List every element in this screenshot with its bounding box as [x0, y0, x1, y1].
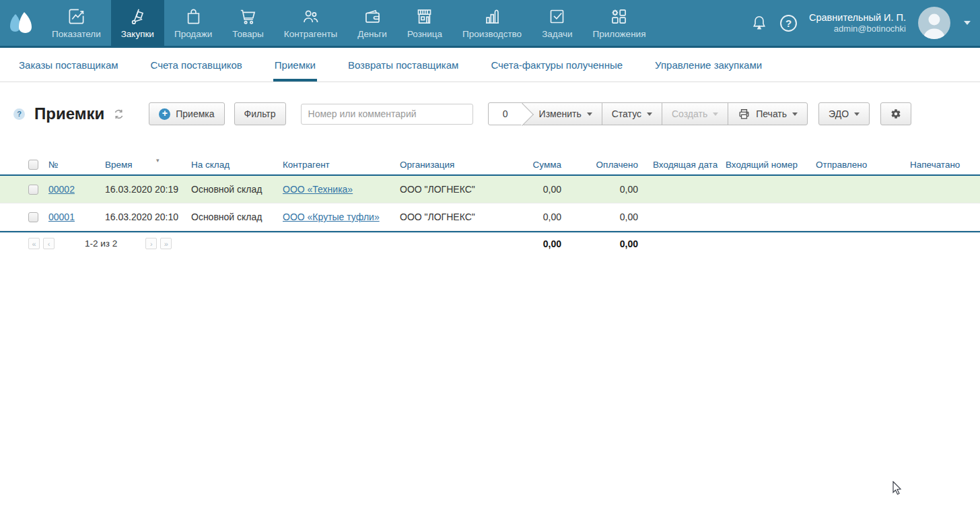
nav-item-money[interactable]: Деньги	[347, 0, 397, 46]
page-toolbar: ? Приемки + Приемка Фильтр 0 Изменить Ст…	[13, 101, 980, 127]
mouse-cursor	[891, 481, 903, 498]
chevron-down-icon	[647, 112, 652, 116]
tab-supplier-orders[interactable]: Заказы поставщикам	[3, 48, 135, 82]
printer-icon	[738, 108, 750, 121]
tab-receipts[interactable]: Приемки	[258, 48, 332, 82]
title-help-icon[interactable]: ?	[13, 108, 25, 120]
nav-item-purchases[interactable]: Закупки	[111, 0, 164, 46]
sales-bag-icon	[184, 7, 203, 26]
receipt-time: 16.03.2020 20:19	[100, 184, 186, 195]
row-checkbox[interactable]	[28, 212, 38, 222]
receipt-warehouse: Основной склад	[186, 184, 277, 195]
nav-item-goods[interactable]: Товары	[222, 0, 273, 46]
user-menu-caret-icon[interactable]	[964, 21, 971, 25]
chevron-down-icon	[792, 112, 798, 116]
tab-supplier-returns[interactable]: Возвраты поставщикам	[332, 48, 475, 82]
tab-label: Управление закупками	[655, 59, 762, 71]
receipt-organization: ООО "ЛОГНЕКС"	[394, 212, 495, 222]
nav-item-label: Показатели	[52, 29, 101, 39]
app-logo[interactable]	[0, 0, 42, 46]
chevron-down-icon	[854, 112, 860, 116]
column-header-organization[interactable]: Организация	[394, 160, 495, 170]
edit-label: Изменить	[539, 108, 582, 119]
column-header-printed[interactable]: Напечатано	[905, 160, 980, 170]
nav-item-sales[interactable]: Продажи	[164, 0, 222, 46]
column-header-time-label: Время	[105, 160, 133, 170]
nav-item-counterparties[interactable]: Контрагенты	[274, 0, 348, 46]
nav-item-indicators[interactable]: Показатели	[42, 0, 111, 46]
create-doc-label: Создать	[672, 108, 707, 119]
nav-item-label: Деньги	[357, 29, 387, 39]
settings-button[interactable]	[880, 102, 911, 125]
column-header-warehouse[interactable]: На склад	[186, 160, 277, 170]
notifications-bell-icon[interactable]	[750, 14, 768, 32]
purchases-handtruck-icon	[129, 7, 147, 26]
counterparty-link[interactable]: ООО «Крутые туфли»	[283, 212, 380, 222]
status-dropdown-button[interactable]: Статус	[602, 102, 662, 125]
receipt-time: 16.03.2020 20:10	[100, 212, 186, 222]
nav-item-label: Контрагенты	[284, 29, 338, 39]
column-header-number[interactable]: №	[43, 160, 100, 170]
help-icon[interactable]: ?	[780, 15, 797, 32]
counterparty-link[interactable]: ООО «Техника»	[283, 184, 353, 195]
column-header-sent[interactable]: Отправлено	[810, 160, 905, 170]
new-receipt-button[interactable]: + Приемка	[149, 102, 224, 125]
pagination-prev-button[interactable]: ‹	[43, 238, 55, 249]
tab-label: Счета поставщиков	[151, 59, 242, 71]
pagination-last-button[interactable]: »	[160, 238, 172, 249]
tab-label: Счета-фактуры полученные	[491, 59, 623, 71]
selected-count: 0	[488, 102, 523, 125]
refresh-icon[interactable]	[113, 108, 125, 120]
table-row[interactable]: 00001 16.03.2020 20:10 Основной склад ОО…	[0, 203, 980, 231]
receipt-warehouse: Основной склад	[186, 212, 277, 222]
filter-button[interactable]: Фильтр	[234, 102, 286, 125]
pagination-first-button[interactable]: «	[28, 238, 40, 249]
column-header-counterparty[interactable]: Контрагент	[277, 160, 394, 170]
nav-item-label: Производство	[462, 29, 522, 39]
edit-dropdown-button[interactable]: Изменить	[522, 102, 602, 125]
table-footer-row: « ‹ 1-2 из 2 › » 0,00 0,00	[0, 231, 980, 255]
receipt-number-link[interactable]: 00002	[48, 184, 75, 195]
apps-grid-icon	[610, 7, 628, 26]
tab-label: Заказы поставщикам	[19, 59, 118, 71]
search-input[interactable]	[301, 104, 473, 125]
receipt-number-link[interactable]: 00001	[48, 212, 75, 222]
select-all-checkbox[interactable]	[28, 160, 38, 170]
column-header-paid[interactable]: Оплачено	[571, 160, 648, 170]
nav-item-apps[interactable]: Приложения	[582, 0, 656, 46]
row-checkbox[interactable]	[28, 185, 38, 195]
bulk-actions-group: 0 Изменить Статус Создать Печать	[488, 102, 808, 125]
sort-desc-icon[interactable]: ▾	[156, 157, 160, 164]
create-doc-dropdown-button[interactable]: Создать	[662, 102, 728, 125]
tab-invoices-received[interactable]: Счета-фактуры полученные	[475, 48, 639, 82]
nav-item-tasks[interactable]: Задачи	[532, 0, 582, 46]
receipt-organization: ООО "ЛОГНЕКС"	[394, 184, 495, 195]
top-navigation-bar: Показатели Закупки Продажи Товары Контра…	[0, 0, 980, 48]
nav-item-label: Розница	[407, 29, 442, 39]
nav-item-production[interactable]: Производство	[452, 0, 532, 46]
nav-item-label: Приложения	[592, 29, 645, 39]
table-row[interactable]: 00002 16.03.2020 20:19 Основной склад ОО…	[0, 176, 980, 203]
chevron-down-icon	[587, 112, 592, 116]
nav-item-retail[interactable]: Розница	[397, 0, 452, 46]
column-header-sum[interactable]: Сумма	[495, 160, 571, 170]
print-dropdown-button[interactable]: Печать	[728, 102, 808, 125]
plus-icon: +	[159, 108, 170, 120]
column-header-incoming-number[interactable]: Входящий номер	[720, 160, 810, 170]
tab-purchase-management[interactable]: Управление закупками	[639, 48, 778, 82]
column-header-incoming-date[interactable]: Входящая дата	[648, 160, 720, 170]
table-header-row: № Время ▾ На склад Контрагент Организаци…	[0, 154, 980, 176]
avatar-person-icon	[918, 8, 950, 39]
tab-supplier-invoices[interactable]: Счета поставщиков	[135, 48, 258, 82]
nav-item-label: Задачи	[542, 29, 572, 39]
tab-label: Приемки	[275, 59, 316, 71]
user-email: admin@botinochki	[809, 24, 906, 34]
counterparties-people-icon	[302, 7, 320, 26]
edo-dropdown-button[interactable]: ЭДО	[818, 102, 870, 125]
pagination-next-button[interactable]: ›	[145, 238, 157, 249]
user-menu[interactable]: Сравнительный И. П. admin@botinochki	[809, 11, 906, 34]
status-label: Статус	[612, 108, 641, 119]
user-avatar[interactable]	[918, 7, 950, 39]
column-header-time[interactable]: Время ▾	[100, 160, 186, 170]
production-bars-icon	[483, 7, 501, 26]
